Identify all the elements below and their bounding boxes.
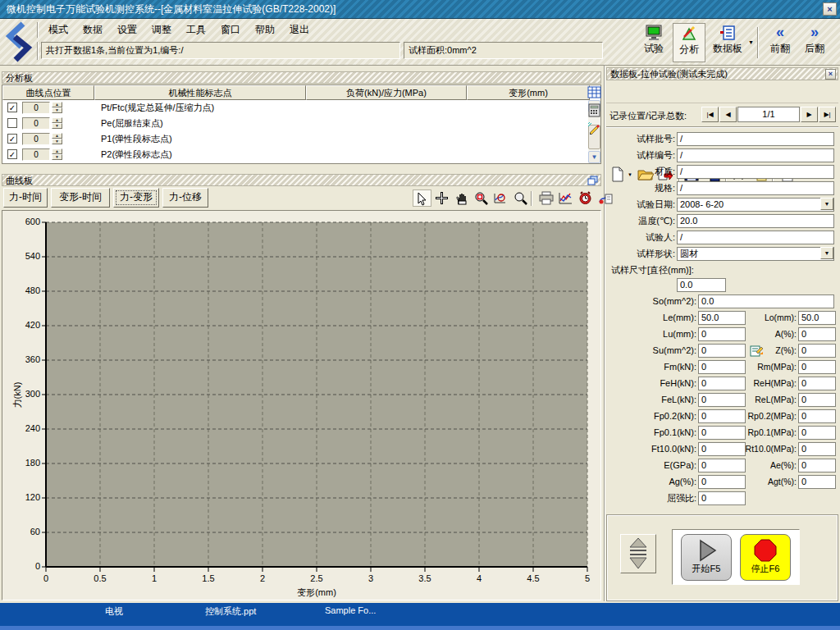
table-row: ✓0▲▼P2(弹性段标志点): [2, 147, 573, 162]
combo-dropdown-icon[interactable]: ▼: [820, 198, 833, 210]
print-curve-icon[interactable]: [536, 189, 555, 207]
move-cross-icon[interactable]: [432, 189, 451, 207]
position-spinner[interactable]: ▲▼: [52, 102, 62, 114]
start-button[interactable]: 开始F5: [681, 534, 732, 581]
curve-tab-3[interactable]: 力-位移: [162, 188, 208, 208]
close-icon[interactable]: ×: [823, 2, 837, 16]
so-value-input[interactable]: 0.0: [698, 294, 834, 308]
spin-down-icon[interactable]: ▼: [52, 107, 62, 113]
menu-item-5[interactable]: 窗口: [213, 21, 248, 39]
data-panel-close-icon[interactable]: ×: [825, 69, 836, 80]
spin-up-icon[interactable]: ▲: [52, 133, 62, 139]
databoard-button[interactable]: 数据板: [709, 23, 746, 62]
field-value-input[interactable]: /: [677, 231, 834, 244]
pair-right-input[interactable]: 0: [798, 377, 836, 390]
menu-item-1[interactable]: 数据: [75, 21, 110, 39]
spin-down-icon[interactable]: ▼: [52, 123, 62, 129]
x-tick-label: 2.5: [304, 573, 329, 583]
analysis-column-header: 负荷(kN)/应力(MPa): [306, 85, 467, 100]
field-value-input[interactable]: /: [677, 165, 834, 179]
field-value-input[interactable]: 2008- 6-20: [677, 198, 834, 212]
table-grid-icon[interactable]: [587, 85, 601, 99]
taskbar-item-2[interactable]: Sample Fo...: [325, 605, 376, 615]
spin-down-icon[interactable]: ▼: [52, 139, 62, 144]
curve-tab-1[interactable]: 变形-时间: [51, 188, 110, 208]
curve-tab-0[interactable]: 力-时间: [3, 188, 48, 208]
pair-right-input[interactable]: 0: [798, 393, 836, 407]
pair-right-input[interactable]: 0: [798, 327, 836, 341]
edit-pencil-icon[interactable]: [587, 121, 601, 135]
position-spinner[interactable]: ▲▼: [52, 148, 62, 161]
pair-right-input[interactable]: 0: [798, 344, 836, 358]
panel-divider[interactable]: [604, 66, 605, 601]
record-first-button[interactable]: |◀: [701, 107, 719, 122]
field-value-input[interactable]: /: [677, 181, 834, 195]
menu-item-2[interactable]: 设置: [110, 21, 144, 39]
position-spinner[interactable]: ▲▼: [52, 133, 62, 145]
menu-item-7[interactable]: 退出: [282, 21, 317, 39]
record-next-button[interactable]: ▶: [801, 107, 818, 122]
curve-point-position-value[interactable]: 0: [22, 102, 50, 114]
ratio-value-input[interactable]: 0: [698, 491, 746, 505]
export-curve-icon[interactable]: [596, 189, 614, 207]
crosshead-updown-button[interactable]: [620, 534, 656, 573]
spin-down-icon[interactable]: ▼: [52, 154, 62, 160]
zoom-icon[interactable]: [511, 189, 530, 207]
menu-item-4[interactable]: 工具: [179, 21, 213, 39]
curve-panel-header: 曲线板: [2, 174, 601, 186]
field-value-input[interactable]: /: [677, 148, 834, 162]
curve-tab-2[interactable]: 力-变形: [113, 188, 159, 208]
prev-page-button[interactable]: « 前翻: [765, 23, 796, 62]
so-row: So(mm^2):0.0: [606, 294, 838, 310]
spin-up-icon[interactable]: ▲: [52, 148, 62, 154]
menu-item-6[interactable]: 帮助: [248, 21, 282, 39]
next-page-button[interactable]: » 后翻: [799, 23, 830, 62]
scroll-down-icon[interactable]: ▼: [588, 151, 600, 163]
curve-point-position-value[interactable]: 0: [22, 148, 50, 161]
next-page-label: 后翻: [799, 42, 830, 56]
databoard-caret-icon[interactable]: ▼: [748, 39, 754, 45]
curve-options-icon[interactable]: [556, 189, 575, 207]
pair-right-input[interactable]: 0: [798, 426, 836, 440]
combo-dropdown-icon[interactable]: ▼: [820, 247, 833, 259]
checkbox-checked[interactable]: ✓: [7, 149, 17, 159]
pair-left-label: Fp0.2(kN):: [606, 409, 696, 424]
field-value-input[interactable]: /: [677, 132, 834, 146]
pair-field-row: Lu(mm):0A(%):0: [606, 326, 838, 343]
curve-point-position-value[interactable]: 0: [22, 117, 50, 130]
spin-up-icon[interactable]: ▲: [52, 102, 62, 107]
field-value-input[interactable]: 圆材: [677, 247, 834, 261]
record-last-button[interactable]: ▶|: [819, 107, 836, 122]
checkbox[interactable]: [7, 118, 17, 128]
checkbox-checked[interactable]: ✓: [7, 134, 17, 144]
position-spinner[interactable]: ▲▼: [52, 117, 62, 130]
pair-right-input[interactable]: 0: [798, 360, 836, 374]
data-panel-title: 数据板-拉伸试验(测试未完成): [610, 69, 728, 79]
pair-right-input[interactable]: 0: [798, 409, 836, 423]
menu-item-3[interactable]: 调整: [144, 21, 179, 39]
pair-right-input[interactable]: 0: [798, 475, 836, 489]
taskbar-item-0[interactable]: 电视: [105, 605, 123, 618]
stop-button[interactable]: 停止F6: [740, 534, 791, 581]
zoom-box-icon[interactable]: [472, 189, 491, 207]
pair-right-input[interactable]: 0: [798, 459, 836, 472]
pair-field-row: Ft10.0(kN):0Rt10.0(MPa):0: [606, 441, 838, 458]
record-prev-button[interactable]: ◀: [719, 107, 737, 122]
pair-right-input[interactable]: 50.0: [798, 311, 836, 325]
spin-up-icon[interactable]: ▲: [52, 117, 62, 123]
test-button[interactable]: 试验: [638, 23, 669, 62]
field-value-input[interactable]: 20.0: [677, 214, 834, 228]
float-window-icon[interactable]: [587, 176, 598, 185]
cursor-icon[interactable]: [413, 189, 431, 207]
analyze-button[interactable]: 分析: [673, 23, 705, 62]
taskbar-item-1[interactable]: 控制系统.ppt: [205, 605, 256, 618]
menu-item-0[interactable]: 模式: [41, 21, 75, 39]
zoom-curve-icon[interactable]: [491, 189, 510, 207]
pair-right-input[interactable]: 0: [798, 442, 836, 456]
calculator-icon[interactable]: [587, 103, 601, 117]
timer-icon[interactable]: [576, 189, 595, 207]
checkbox-checked[interactable]: ✓: [7, 103, 17, 112]
size-value-input[interactable]: 0.0: [677, 278, 726, 292]
pan-hand-icon[interactable]: [452, 189, 471, 207]
curve-point-position-value[interactable]: 0: [22, 133, 50, 145]
